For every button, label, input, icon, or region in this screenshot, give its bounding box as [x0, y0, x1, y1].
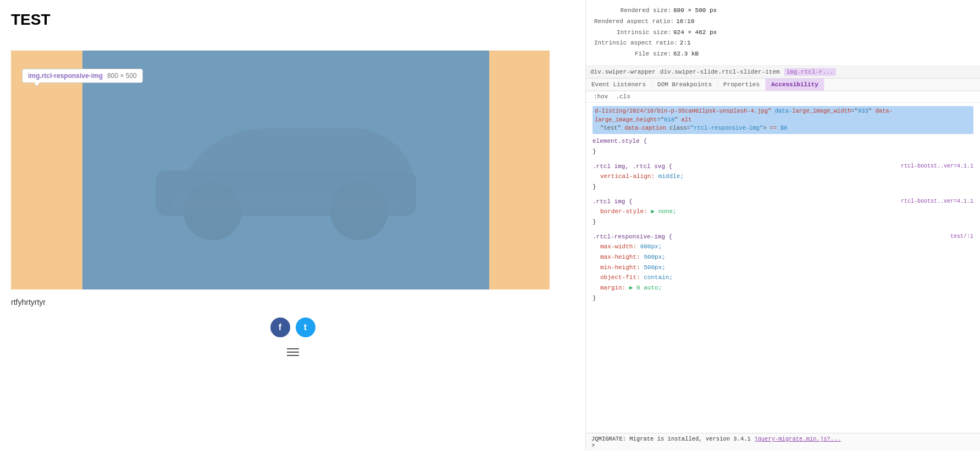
hamburger-line-1: [287, 348, 299, 349]
tab-dom-breakpoints[interactable]: DOM Breakpoints: [652, 79, 718, 91]
css-val-min-height: 500px;: [644, 264, 666, 271]
css-prop-vertical-align: vertical-align:: [593, 173, 655, 180]
intrinsic-aspect-value: 2:1: [680, 38, 691, 49]
css-val-object-fit: contain;: [644, 274, 673, 281]
hamburger-line-2: [287, 352, 299, 353]
css-close-brace-4: }: [593, 295, 596, 302]
css-source-2: rtcl-bootst..ver=4.1.1: [901, 197, 973, 206]
element-highlight-line: d-listing/2024/10/bin-p-35caH0ilpsk-unsp…: [593, 106, 973, 134]
image-blue-overlay: [82, 51, 489, 289]
code-attr-width: data-: [775, 108, 793, 114]
css-selector-responsive-img: .rtcl-responsive-img {: [593, 233, 672, 240]
subtab-hov[interactable]: :hov: [590, 92, 611, 101]
tab-event-listeners[interactable]: Event Listeners: [586, 79, 652, 91]
twitter-button[interactable]: t: [296, 318, 315, 337]
image-container: [11, 51, 550, 289]
code-test-attr: "test" data-caption class="rtcl-responsi…: [595, 125, 787, 131]
facebook-button[interactable]: f: [270, 318, 290, 337]
devtools-image-info: Rendered size: 800 × 500 px Rendered asp…: [586, 0, 980, 66]
css-close-brace-1: }: [593, 148, 596, 155]
facebook-label: f: [279, 322, 281, 332]
css-prop-object-fit: object-fit:: [593, 274, 640, 281]
rendered-aspect-label: Rendered aspect ratio:: [594, 16, 674, 27]
rendered-size-row: Rendered size: 800 × 500 px: [594, 5, 972, 16]
css-source-1: rtcl-bootst..ver=4.1.1: [901, 162, 973, 171]
styles-subtabs: :hov .cls: [586, 91, 980, 103]
image-tooltip: img.rtcl-responsive-img 800 × 500: [22, 69, 143, 83]
css-prop-max-height: max-height:: [593, 254, 640, 260]
css-selector-element-style: element.style {: [593, 138, 647, 144]
css-selector-rtcl-img: .rtcl img {: [593, 198, 633, 205]
css-val-border-style: ▶ none;: [651, 208, 676, 215]
twitter-label: t: [304, 322, 307, 332]
css-rule-element-style: element.style { }: [593, 136, 973, 157]
rendered-size-value: 800 × 500 px: [673, 5, 717, 16]
intrinsic-aspect-label: Intrinsic aspect ratio:: [594, 38, 678, 49]
intrinsic-size-row: Intrinsic size: 924 × 462 px: [594, 27, 972, 38]
left-panel: TEST img.rtcl-responsive-img 800 × 500 r…: [0, 0, 585, 451]
css-source-3: test/:1: [950, 232, 973, 241]
tab-accessibility[interactable]: Accessibility: [766, 79, 824, 91]
css-prop-border-style: border-style:: [593, 208, 647, 215]
subtab-cls[interactable]: .cls: [612, 92, 633, 101]
file-size-row: File size: 62.3 kB: [594, 49, 972, 60]
intrinsic-size-label: Intrinsic size:: [594, 27, 671, 38]
code-path: d-listing/2024/10/bin-p-35caH0ilpsk-unsp…: [595, 108, 771, 114]
css-val-max-height: 500px;: [644, 254, 666, 260]
intrinsic-size-value: 924 × 462 px: [673, 27, 717, 38]
devtools-panel: Rendered size: 800 × 500 px Rendered asp…: [585, 0, 980, 451]
css-rule-rtcl-img: rtcl-bootst..ver=4.1.1 .rtcl img { borde…: [593, 197, 973, 227]
breadcrumb-item-1[interactable]: div.swiper-wrapper: [590, 69, 656, 75]
file-size-label: File size:: [594, 49, 671, 60]
file-size-value: 62.3 kB: [673, 49, 699, 60]
breadcrumb-item-2[interactable]: div.swiper-slide.rtcl-slider-item: [660, 69, 780, 75]
tab-properties[interactable]: Properties: [718, 79, 766, 91]
css-selector-rtcl-svg: .rtcl img, .rtcl svg {: [593, 163, 672, 170]
devtools-code-panel: d-listing/2024/10/bin-p-35caH0ilpsk-unsp…: [586, 103, 980, 433]
css-val-max-width: 800px;: [640, 243, 662, 250]
css-rule-responsive-img: test/:1 .rtcl-responsive-img { max-width…: [593, 232, 973, 304]
rendered-aspect-value: 16:10: [676, 16, 694, 27]
tooltip-class: img.rtcl-responsive-img: [28, 72, 103, 80]
css-prop-max-width: max-width:: [593, 243, 636, 250]
social-icons-container: f t: [11, 318, 574, 337]
hamburger-menu[interactable]: [285, 348, 301, 356]
css-val-vertical-align: middle;: [658, 173, 684, 180]
page-title: TEST: [11, 11, 574, 29]
hamburger-line-3: [287, 355, 299, 356]
intrinsic-aspect-row: Intrinsic aspect ratio: 2:1: [594, 38, 972, 49]
css-val-margin: ▶ 0 auto;: [629, 285, 662, 291]
devtools-tabs: Event Listeners DOM Breakpoints Properti…: [586, 79, 980, 91]
rendered-size-label: Rendered size:: [594, 5, 671, 16]
console-link[interactable]: jquery-migrate.min.js?...: [754, 436, 841, 442]
console-message: JQMIGRATE: Migrate is installed, version…: [591, 436, 751, 442]
rendered-aspect-row: Rendered aspect ratio: 16:10: [594, 16, 972, 27]
console-prompt-symbol[interactable]: >: [591, 442, 595, 449]
tooltip-size: 800 × 500: [107, 72, 137, 80]
devtools-breadcrumb: div.swiper-wrapper div.swiper-slide.rtcl…: [586, 66, 980, 79]
css-prop-margin: margin:: [593, 285, 625, 291]
css-close-brace-3: }: [593, 219, 596, 225]
image-caption: rtfyhrtyrtyr: [11, 298, 574, 307]
css-rule-rtcl-svg: rtcl-bootst..ver=4.1.1 .rtcl img, .rtcl …: [593, 162, 973, 192]
console-section: JQMIGRATE: Migrate is installed, version…: [586, 433, 980, 451]
css-close-brace-2: }: [593, 183, 596, 190]
breadcrumb-item-3[interactable]: img.rtcl-r...: [784, 68, 836, 76]
css-prop-min-height: min-height:: [593, 264, 640, 271]
